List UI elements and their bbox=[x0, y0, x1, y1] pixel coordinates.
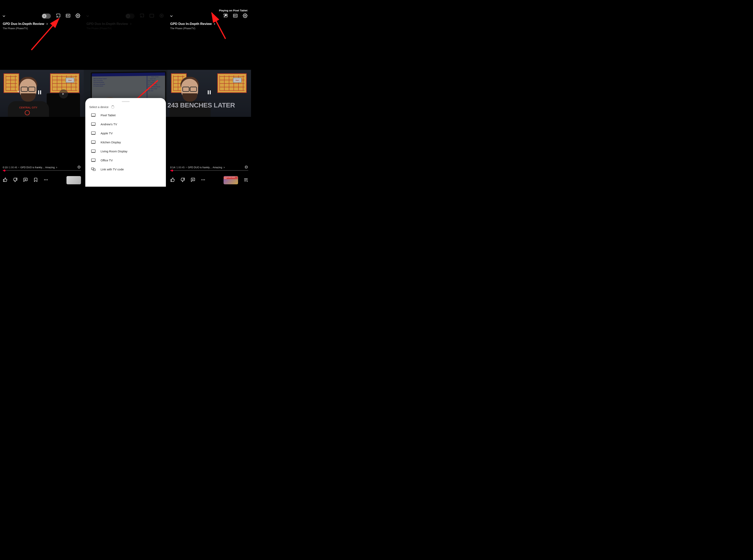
up-next-thumbnail[interactable] bbox=[66, 176, 81, 184]
settings-gear-icon[interactable] bbox=[243, 13, 247, 19]
svg-point-10 bbox=[45, 179, 46, 180]
video-title-block[interactable]: GPD Duo In-Depth Review The Phawx (Phawx… bbox=[3, 22, 81, 30]
sheet-title: Select a device bbox=[89, 105, 108, 108]
cast-icon[interactable] bbox=[56, 13, 61, 19]
video-title-block[interactable]: GPD Duo In-Depth Review The Phawx (Phawx… bbox=[170, 22, 248, 30]
queue-icon[interactable] bbox=[243, 177, 248, 183]
svg-rect-28 bbox=[92, 150, 95, 152]
svg-rect-5 bbox=[38, 91, 39, 94]
progress-bar[interactable] bbox=[170, 170, 248, 171]
pause-button[interactable] bbox=[37, 89, 43, 98]
svg-point-37 bbox=[244, 15, 246, 16]
chapter-link[interactable]: GPD DUO is frankly… Amazing bbox=[20, 166, 58, 169]
video-title: GPD Duo In-Depth Review bbox=[3, 22, 44, 26]
sheet-drag-handle[interactable] bbox=[122, 101, 130, 102]
action-row bbox=[3, 176, 81, 184]
casting-status: Playing on Pixel Tablet bbox=[219, 9, 247, 12]
channel-name: The Phawx (PhawxTV) bbox=[3, 27, 81, 30]
action-row: SCRAPYARD WARS 2024 bbox=[170, 176, 248, 184]
svg-rect-30 bbox=[92, 159, 95, 161]
like-icon[interactable] bbox=[170, 177, 175, 183]
cast-device-sheet: Select a device Pixel Tablet Andrew's TV… bbox=[85, 98, 166, 187]
duration: 1:00:46 bbox=[9, 166, 17, 169]
svg-point-2 bbox=[57, 17, 57, 18]
device-row-office-tv[interactable]: Office TV bbox=[85, 156, 166, 165]
more-icon[interactable] bbox=[43, 177, 48, 183]
svg-rect-24 bbox=[92, 132, 95, 134]
fullscreen-exit-icon[interactable] bbox=[77, 165, 81, 169]
collapse-chevron[interactable] bbox=[0, 12, 8, 20]
svg-rect-38 bbox=[208, 91, 209, 94]
svg-rect-20 bbox=[92, 114, 95, 116]
current-time: 0:14 bbox=[170, 166, 175, 169]
topbar bbox=[167, 12, 251, 20]
svg-point-9 bbox=[44, 179, 45, 180]
pause-button[interactable] bbox=[206, 89, 212, 96]
loading-spinner-icon bbox=[111, 105, 114, 108]
svg-rect-35 bbox=[225, 15, 227, 16]
previous-button[interactable] bbox=[16, 89, 20, 98]
next-button[interactable] bbox=[59, 89, 68, 98]
device-row-living-room[interactable]: Living Room Display bbox=[85, 147, 166, 156]
svg-rect-26 bbox=[92, 141, 95, 143]
settings-gear-icon[interactable] bbox=[76, 13, 80, 19]
svg-point-4 bbox=[77, 15, 78, 16]
svg-point-11 bbox=[47, 179, 48, 180]
captions-icon[interactable] bbox=[233, 13, 238, 19]
svg-rect-39 bbox=[210, 91, 211, 94]
dislike-icon[interactable] bbox=[13, 177, 18, 183]
svg-point-42 bbox=[201, 179, 202, 180]
save-icon[interactable] bbox=[33, 177, 38, 183]
playback-controls bbox=[167, 89, 251, 96]
like-icon[interactable] bbox=[3, 177, 7, 183]
svg-rect-6 bbox=[40, 91, 41, 94]
dislike-icon[interactable] bbox=[180, 177, 185, 183]
playback-controls bbox=[0, 89, 84, 98]
up-next-thumbnail[interactable]: SCRAPYARD WARS 2024 bbox=[223, 176, 238, 184]
device-row-kitchen-display[interactable]: Kitchen Display bbox=[85, 138, 166, 147]
captions-icon[interactable] bbox=[66, 13, 71, 19]
chapter-link[interactable]: GPD DUO is frankly… Amazing bbox=[188, 166, 225, 169]
panel-left-playing: GPD Duo In-Depth Review The Phawx (Phawx… bbox=[0, 0, 84, 187]
more-icon[interactable] bbox=[201, 177, 205, 183]
autoplay-toggle[interactable] bbox=[42, 14, 51, 19]
comments-icon[interactable] bbox=[191, 177, 195, 183]
duration: 1:00:45 bbox=[177, 166, 185, 169]
time-row: 0:14 / 1:00:45 • GPD DUO is frankly… Ama… bbox=[170, 165, 248, 169]
collapse-chevron[interactable] bbox=[167, 12, 175, 20]
fullscreen-exit-icon[interactable] bbox=[244, 165, 248, 169]
panel-right-casting: Playing on Pixel Tablet GPD Duo In-Depth… bbox=[167, 0, 251, 187]
svg-point-44 bbox=[204, 179, 205, 180]
cast-connected-icon[interactable] bbox=[223, 13, 228, 19]
comments-icon[interactable] bbox=[23, 177, 28, 183]
current-time: 0:10 bbox=[3, 166, 7, 169]
device-row-andrews-tv[interactable]: Andrew's TV bbox=[85, 120, 166, 128]
device-row-link-code[interactable]: Link with TV code bbox=[85, 165, 166, 174]
svg-point-34 bbox=[224, 17, 224, 18]
svg-point-43 bbox=[203, 179, 203, 180]
device-row-pixel-tablet[interactable]: Pixel Tablet bbox=[85, 111, 166, 120]
progress-bar[interactable] bbox=[3, 170, 81, 171]
topbar bbox=[0, 12, 84, 20]
device-row-apple-tv[interactable]: Apple TV bbox=[85, 128, 166, 138]
time-row: 0:10 / 1:00:46 • GPD DUO is frankly… Ama… bbox=[3, 165, 81, 169]
svg-rect-22 bbox=[92, 123, 95, 125]
